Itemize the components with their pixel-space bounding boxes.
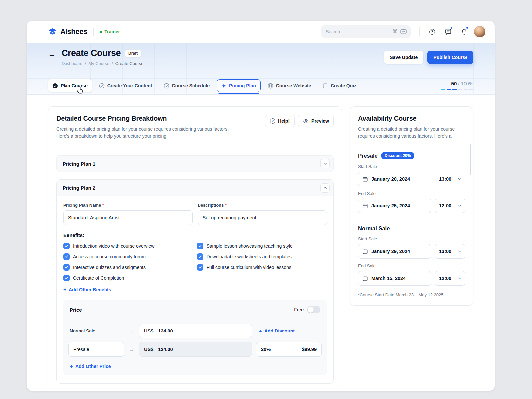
arrow-right-icon: → xyxy=(128,347,135,352)
tab-create-your-content[interactable]: Create Your Content xyxy=(95,79,157,92)
add-other-price-link[interactable]: + Add Other Price xyxy=(68,363,111,369)
pricing-plan-2-header[interactable]: Pricing Plan 2 xyxy=(57,180,333,196)
plan-name-field: Pricing Plan Name * xyxy=(63,203,193,225)
notifications-button[interactable] xyxy=(458,25,470,38)
pricing-plan-1-header[interactable]: Pricing Plan 1 xyxy=(56,155,334,172)
price-panel: Price Free Normal Sale → US$ 124.00 xyxy=(63,300,327,375)
benefit-checkbox-row[interactable]: Introduction video with course overview xyxy=(63,243,194,249)
logo-icon xyxy=(48,28,57,36)
normal-end-time: 12:00 xyxy=(439,276,451,281)
calendar-icon xyxy=(362,176,368,182)
checkbox-checked-icon[interactable] xyxy=(63,264,70,271)
preview-button-label: Preview xyxy=(311,118,329,124)
tab-course-schedule[interactable]: Course Schedule xyxy=(159,79,214,92)
benefit-label: Access to course community forum xyxy=(73,254,146,259)
brand-name: Alshees xyxy=(60,27,87,36)
active-tab-underline xyxy=(218,93,259,94)
preview-button[interactable]: Preview xyxy=(298,115,334,127)
help-pricing-button[interactable]: ? Help! xyxy=(265,115,295,127)
benefits-list: Introduction video with course overview … xyxy=(63,243,327,281)
bell-icon xyxy=(461,28,467,35)
calendar-icon xyxy=(362,249,368,254)
presale-end-time-select[interactable]: 12:00 xyxy=(435,199,465,213)
command-icon: ⌘ xyxy=(392,29,398,34)
tab-label: Course Website xyxy=(276,83,311,88)
divider xyxy=(358,146,465,146)
brand-logo[interactable]: Alshees xyxy=(48,27,87,36)
chevron-up-icon xyxy=(323,186,327,190)
role-dot-icon xyxy=(100,31,102,33)
free-label: Free xyxy=(294,307,304,312)
chevron-down-icon xyxy=(323,162,327,166)
benefit-checkbox-row[interactable]: Access to course community forum xyxy=(63,253,194,260)
presale-price-row: Presale → US$ 124.00 20% $99.99 xyxy=(68,342,322,357)
globe-icon xyxy=(268,83,273,89)
discount-box[interactable]: 20% $99.99 xyxy=(256,342,322,357)
pricing-card-title: Detailed Course Pricing Breakdown xyxy=(56,115,229,122)
benefit-checkbox-row[interactable]: Certificate of Completion xyxy=(63,275,194,281)
breadcrumb-my-course[interactable]: My Course xyxy=(88,61,109,66)
search-input[interactable] xyxy=(325,29,390,35)
calendar-icon xyxy=(362,203,368,209)
availability-title: Availability Course xyxy=(358,115,465,122)
checkbox-checked-icon[interactable] xyxy=(197,264,203,271)
normal-end-sale-label: End Sale xyxy=(358,263,465,268)
presale-discount-badge: Discount 20% xyxy=(381,152,415,159)
checkbox-checked-icon[interactable] xyxy=(63,243,70,249)
normal-start-date-picker[interactable]: January 29, 2024 xyxy=(358,244,431,259)
progress-bar xyxy=(441,89,473,90)
search-box[interactable]: ⌘ xyxy=(321,25,411,38)
expand-plan-1-button[interactable] xyxy=(320,159,330,168)
presale-amount-input[interactable]: US$ 124.00 xyxy=(139,342,252,357)
presale-end-date-picker[interactable]: January 25, 2024 xyxy=(358,199,431,213)
normal-start-sale-label: Start Sale xyxy=(358,236,465,241)
avatar[interactable] xyxy=(473,25,486,38)
tab-pricing-plan[interactable]: Pricing Plan xyxy=(217,79,261,92)
tab-label: Plan Course xyxy=(61,83,88,88)
benefit-checkbox-row[interactable]: Full course curriculum with video lesson… xyxy=(197,264,327,271)
add-other-price-label: Add Other Price xyxy=(75,364,111,369)
presale-start-date-picker[interactable]: January 20, 2024 xyxy=(358,172,431,186)
status-badge: Draft xyxy=(125,49,141,57)
normal-end-date-picker[interactable]: March 15, 2024 xyxy=(358,271,431,286)
normal-end-time-select[interactable]: 12:00 xyxy=(435,271,465,286)
plan-description-input[interactable] xyxy=(198,210,327,225)
plan-name-input[interactable] xyxy=(63,210,193,225)
topbar: Alshees Trainer ⌘ ? xyxy=(27,21,495,43)
normal-sale-amount-input[interactable]: US$ 124.00 xyxy=(139,324,252,338)
save-update-button[interactable]: Save Update xyxy=(384,51,423,64)
checkbox-checked-icon[interactable] xyxy=(63,275,70,281)
add-other-benefits-link[interactable]: + Add Other Benefits xyxy=(63,287,111,292)
breadcrumb-dashboard[interactable]: Dashboard xyxy=(62,61,83,66)
tab-course-website[interactable]: Course Website xyxy=(263,79,316,92)
quiz-icon xyxy=(322,83,328,89)
add-discount-link[interactable]: + Add Discount xyxy=(259,328,295,334)
presale-type-select[interactable]: Presale xyxy=(68,342,124,357)
free-toggle[interactable] xyxy=(307,306,320,313)
checkbox-checked-icon[interactable] xyxy=(63,253,70,260)
tab-plan-course[interactable]: Plan Course xyxy=(48,79,92,92)
breadcrumb-current: Create Course xyxy=(115,61,144,66)
role-badge: Trainer xyxy=(100,29,120,34)
price-title: Price xyxy=(70,307,82,313)
tab-create-quiz[interactable]: Create Quiz xyxy=(318,79,361,92)
back-button[interactable]: ← xyxy=(48,50,56,58)
help-button[interactable]: ? xyxy=(426,25,438,38)
app-window: Alshees Trainer ⌘ ? xyxy=(27,21,495,391)
availability-card: Availability Course Creating a detailed … xyxy=(350,106,473,306)
presale-start-time-select[interactable]: 13:00 xyxy=(435,172,465,186)
required-asterisk: * xyxy=(102,203,104,208)
collapse-plan-2-button[interactable] xyxy=(320,183,330,193)
messages-button[interactable] xyxy=(442,25,454,38)
benefit-checkbox-row[interactable]: Sample lesson showcasing teaching style xyxy=(197,243,327,249)
toggle-knob xyxy=(308,307,314,313)
presale-start-sale-label: Start Sale xyxy=(358,164,465,169)
checkbox-checked-icon[interactable] xyxy=(197,253,203,260)
content: Detailed Course Pricing Breakdown Creati… xyxy=(27,95,495,391)
benefit-checkbox-row[interactable]: Downloadable worksheets and templates xyxy=(197,253,327,260)
benefit-checkbox-row[interactable]: Interactive quizzes and assigments xyxy=(63,264,194,271)
normal-start-time-select[interactable]: 13:00 xyxy=(435,244,465,259)
scrollbar-thumb[interactable] xyxy=(470,144,471,175)
checkbox-checked-icon[interactable] xyxy=(197,243,203,249)
publish-course-button[interactable]: Publish Course xyxy=(427,51,473,64)
